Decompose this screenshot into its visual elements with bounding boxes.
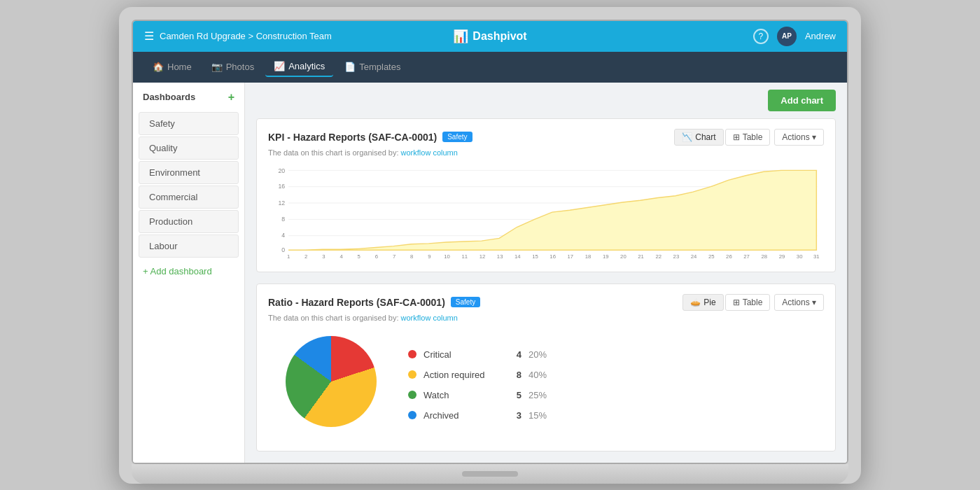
pie-icon: 🥧 xyxy=(690,298,701,307)
svg-text:18: 18 xyxy=(585,253,592,260)
avatar-initials: AP xyxy=(782,32,792,40)
nav-item-home[interactable]: 🏠 Home xyxy=(144,57,200,76)
help-label: ? xyxy=(759,31,764,41)
chart2-pie-button[interactable]: 🥧 Pie xyxy=(682,294,723,311)
area-chart: 0 4 8 12 16 20 1 2 3 xyxy=(268,164,824,262)
pie-section: Critical 4 20% Action required 8 40% xyxy=(268,329,824,441)
svg-text:15: 15 xyxy=(532,253,538,260)
chart2-actions-button[interactable]: Actions ▾ xyxy=(774,294,824,311)
help-button[interactable]: ? xyxy=(753,29,769,44)
chart2-title: Ratio - Hazard Reports (SAF-CA-0001) xyxy=(268,297,445,308)
sidebar-add-button[interactable]: + xyxy=(228,91,234,104)
chart1-title: KPI - Hazard Reports (SAF-CA-0001) xyxy=(268,132,437,143)
svg-text:7: 7 xyxy=(393,253,396,260)
svg-text:21: 21 xyxy=(638,253,644,260)
svg-text:20: 20 xyxy=(620,253,626,260)
chart1-table-label: Table xyxy=(743,132,763,142)
chart2-badge: Safety xyxy=(451,297,480,307)
svg-text:22: 22 xyxy=(655,253,662,260)
legend-pct-archived: 15% xyxy=(528,410,553,421)
nav-label-templates: Templates xyxy=(359,62,400,72)
svg-text:16: 16 xyxy=(279,183,286,190)
hamburger-icon[interactable]: ☰ xyxy=(144,29,154,43)
table-icon: ⊞ xyxy=(733,132,740,142)
svg-text:3: 3 xyxy=(322,253,325,260)
nav-label-analytics: Analytics xyxy=(288,61,325,71)
legend-dot-watch xyxy=(408,391,416,399)
nav-label-home: Home xyxy=(167,62,192,72)
chart2-subtitle-link[interactable]: workflow column xyxy=(401,314,458,322)
svg-text:23: 23 xyxy=(673,253,680,260)
nav-item-photos[interactable]: 📷 Photos xyxy=(203,57,262,76)
legend-dot-action-required xyxy=(408,370,416,379)
sidebar-item-labour[interactable]: Labour xyxy=(139,234,239,258)
svg-text:1: 1 xyxy=(287,253,290,260)
svg-text:13: 13 xyxy=(497,253,503,260)
sidebar-title: Dashboards xyxy=(143,92,195,102)
svg-text:27: 27 xyxy=(743,253,750,260)
sidebar-item-quality[interactable]: Quality xyxy=(139,136,239,160)
chart1-chart-label: Chart xyxy=(695,132,715,142)
legend-item-critical: Critical 4 20% xyxy=(408,349,553,360)
svg-text:31: 31 xyxy=(813,253,820,260)
legend-item-action-required: Action required 8 40% xyxy=(408,370,553,380)
svg-text:20: 20 xyxy=(279,167,286,174)
sidebar-item-commercial[interactable]: Commercial xyxy=(139,186,239,209)
svg-text:24: 24 xyxy=(691,253,697,260)
svg-text:4: 4 xyxy=(340,253,342,260)
svg-text:8: 8 xyxy=(410,253,413,260)
chart1-badge: Safety xyxy=(442,132,472,142)
svg-text:26: 26 xyxy=(726,253,732,260)
photos-icon: 📷 xyxy=(211,62,223,72)
nav-item-analytics[interactable]: 📈 Analytics xyxy=(265,57,333,77)
sidebar-item-production[interactable]: Production xyxy=(139,210,239,233)
chart1-actions-button[interactable]: Actions ▾ xyxy=(774,129,824,146)
svg-text:2: 2 xyxy=(304,253,307,260)
add-dashboard-button[interactable]: + Add dashboard xyxy=(133,260,244,282)
breadcrumb: Camden Rd Upgrade > Construction Team xyxy=(160,31,332,41)
chart2-table-label: Table xyxy=(743,298,763,307)
chart2-pie-label: Pie xyxy=(704,298,715,307)
svg-text:25: 25 xyxy=(708,253,715,260)
analytics-icon: 📈 xyxy=(274,61,285,71)
sidebar-item-safety[interactable]: Safety xyxy=(139,112,239,135)
svg-text:29: 29 xyxy=(779,253,785,260)
kpi-chart-card: KPI - Hazard Reports (SAF-CA-0001) Safet… xyxy=(256,118,836,272)
svg-text:28: 28 xyxy=(761,253,767,260)
svg-text:5: 5 xyxy=(358,253,360,260)
sidebar-item-environment[interactable]: Environment xyxy=(139,161,239,184)
chart1-subtitle-link[interactable]: workflow column xyxy=(401,148,458,157)
legend-label-critical: Critical xyxy=(424,349,500,360)
add-chart-button[interactable]: Add chart xyxy=(768,90,836,111)
svg-text:16: 16 xyxy=(550,253,556,260)
legend-pct-critical: 20% xyxy=(528,349,553,360)
legend-count-watch: 5 xyxy=(507,390,522,400)
legend-label-action-required: Action required xyxy=(424,370,500,380)
templates-icon: 📄 xyxy=(344,62,356,72)
svg-text:14: 14 xyxy=(514,253,521,260)
svg-text:19: 19 xyxy=(603,253,609,260)
svg-text:12: 12 xyxy=(279,199,286,206)
svg-text:30: 30 xyxy=(797,253,803,260)
legend-item-archived: Archived 3 15% xyxy=(408,410,553,421)
chart1-table-button[interactable]: ⊞ Table xyxy=(725,129,771,146)
chart1-chart-button[interactable]: 📉 Chart xyxy=(674,129,723,146)
nav-label-photos: Photos xyxy=(226,62,254,72)
svg-text:12: 12 xyxy=(479,253,486,260)
logo-icon: 📊 xyxy=(453,29,468,44)
home-icon: 🏠 xyxy=(153,62,164,72)
legend-count-action-required: 8 xyxy=(507,370,522,380)
pie-legend: Critical 4 20% Action required 8 40% xyxy=(408,349,553,421)
svg-text:8: 8 xyxy=(281,216,285,223)
svg-text:9: 9 xyxy=(428,253,430,260)
nav-item-templates[interactable]: 📄 Templates xyxy=(336,57,409,76)
logo-text: Dashpivot xyxy=(472,30,526,43)
legend-label-archived: Archived xyxy=(424,410,500,421)
chart-line-icon: 📉 xyxy=(682,132,692,142)
legend-dot-archived xyxy=(408,411,416,419)
legend-pct-watch: 25% xyxy=(528,390,553,400)
chart2-table-button[interactable]: ⊞ Table xyxy=(725,294,771,311)
svg-text:6: 6 xyxy=(375,253,378,260)
svg-text:11: 11 xyxy=(462,253,468,260)
legend-count-archived: 3 xyxy=(507,410,522,421)
